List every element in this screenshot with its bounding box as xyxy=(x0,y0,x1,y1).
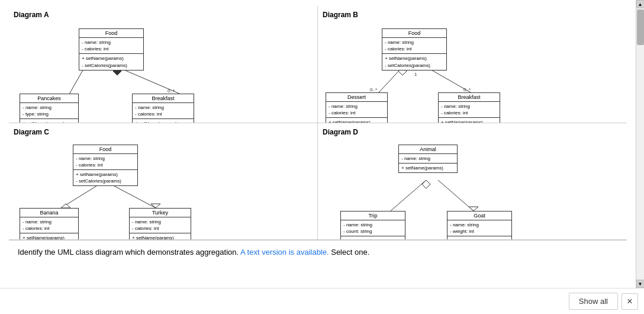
turkey-class-header: Turkey xyxy=(130,209,191,217)
scroll-up-button[interactable]: ▲ xyxy=(636,0,645,8)
svg-text:0..*: 0..* xyxy=(370,87,377,92)
dessert-class-body: - name: string - calories: int xyxy=(326,102,387,118)
turkey-class-methods: + setName(params) - setCalories(params) xyxy=(130,233,191,240)
breakfast-class-b-body: - name: string - calories: int xyxy=(439,102,500,118)
breakfast-class-b-methods: + setName(params) - setCalories(params) xyxy=(439,118,500,123)
trip-class-body: - name: string - count: string xyxy=(341,220,405,236)
scroll-down-button[interactable]: ▼ xyxy=(636,280,645,288)
food-class-a-methods: + setName(params) - setCalories(params) xyxy=(79,54,143,69)
dessert-class-header: Dessert xyxy=(326,93,387,102)
svg-text:1: 1 xyxy=(414,72,417,77)
diagram-b-quadrant: Diagram B 0..* 0..* 1 xyxy=(318,6,627,123)
animal-class-header: Animal xyxy=(399,145,457,154)
banana-class-header: Banana xyxy=(20,209,78,217)
footer-bar: Show all × xyxy=(0,288,644,314)
svg-line-10 xyxy=(61,186,96,208)
show-all-button[interactable]: Show all xyxy=(569,293,618,310)
breakfast-class-b-header: Breakfast xyxy=(439,93,500,102)
food-class-b: Food - name: string - calories: int + se… xyxy=(382,28,447,71)
breakfast-class-a-header: Breakfast xyxy=(133,94,194,103)
diagram-a-title: Diagram A xyxy=(14,11,313,19)
dessert-class-b: Dessert - name: string - calories: int +… xyxy=(326,92,388,123)
diagram-a-quadrant: Diagram A 0..* Food xyxy=(9,6,318,123)
banana-class-body: - name: string - calories: int xyxy=(20,217,78,233)
goat-class-header: Goat xyxy=(447,212,511,220)
svg-line-16 xyxy=(438,180,474,211)
question-text: Identify the UML class diagram which dem… xyxy=(18,248,239,257)
food-class-c-header: Food xyxy=(73,145,137,154)
banana-class-c: Banana - name: string - calories: int + … xyxy=(20,208,79,241)
svg-marker-13 xyxy=(151,204,160,208)
svg-marker-15 xyxy=(422,180,430,188)
pancakes-class-header: Pancakes xyxy=(20,94,78,103)
breakfast-class-b: Breakfast - name: string - calories: int… xyxy=(438,92,500,123)
scroll-track[interactable] xyxy=(636,8,645,280)
scroll-up-icon: ▲ xyxy=(638,2,643,7)
food-class-b-methods: + setName(params) - setCalories(params) xyxy=(382,54,446,69)
trip-class-header: Trip xyxy=(341,212,405,220)
food-class-a-body: - name: string - calories: int xyxy=(79,38,143,54)
goat-class-methods: + setName(params) - setWeight(params) xyxy=(447,236,511,240)
dessert-class-methods: + setName(params) - setCalories(params) xyxy=(326,118,387,123)
svg-marker-11 xyxy=(61,204,70,208)
banana-class-methods: + setName(params) - setCalories(params) xyxy=(20,233,78,240)
close-button[interactable]: × xyxy=(622,293,638,310)
diagram-d-quadrant: Diagram D Animal xyxy=(318,123,627,241)
svg-line-0 xyxy=(117,67,179,94)
diagram-a-container: 0..* Food - name: string - calories: int… xyxy=(14,23,313,118)
diagram-c-quadrant: Diagram C Food - name: string xyxy=(9,123,318,241)
scrollbar[interactable]: ▲ ▼ xyxy=(636,0,644,288)
turkey-class-c: Turkey - name: string - calories: int + … xyxy=(129,208,191,241)
turkey-class-body: - name: string - calories: int xyxy=(130,217,191,233)
select-text: Select one. xyxy=(331,248,369,257)
scroll-thumb[interactable] xyxy=(637,9,644,45)
pancakes-class-body: - name: string - type: string xyxy=(20,103,78,119)
animal-class-methods: + setName(params) xyxy=(399,164,457,172)
food-class-b-body: - name: string - calories: int xyxy=(382,38,446,54)
trip-class-methods: + setName(params) - setCount(params) xyxy=(341,236,405,240)
svg-marker-17 xyxy=(469,207,478,211)
svg-line-4 xyxy=(379,67,402,92)
scroll-down-icon: ▼ xyxy=(638,281,643,287)
animal-class-d: Animal - name: string + setName(params) xyxy=(398,145,458,173)
breakfast-class-a: Breakfast - name: string - calories: int… xyxy=(132,94,194,123)
svg-line-14 xyxy=(391,180,426,211)
goat-class-body: - name: string - weight: int xyxy=(447,220,511,236)
diagram-d-container: Animal - name: string + setName(params) … xyxy=(323,140,622,235)
text-version-link[interactable]: A text version is available. xyxy=(240,248,329,257)
svg-text:0..*: 0..* xyxy=(168,88,175,94)
question-area: Identify the UML class diagram which dem… xyxy=(9,241,627,263)
food-class-c-methods: + setName(params) - setCalories(params) xyxy=(73,170,137,185)
pancakes-class-a: Pancakes - name: string - type: string +… xyxy=(20,94,79,123)
svg-line-7 xyxy=(426,67,471,92)
goat-class-d: Goat - name: string - weight: int + setN… xyxy=(447,211,512,241)
diagram-c-container: Food - name: string - calories: int + se… xyxy=(14,140,313,235)
breakfast-class-a-body: - name: string - calories: int xyxy=(133,103,194,119)
svg-line-12 xyxy=(114,186,156,208)
diagram-d-title: Diagram D xyxy=(323,128,622,136)
diagram-b-container: 0..* 0..* 1 Food - name: string - calori… xyxy=(323,23,622,118)
animal-class-body: - name: string xyxy=(399,154,457,164)
food-class-a-header: Food xyxy=(79,29,143,38)
food-class-c: Food - name: string - calories: int + se… xyxy=(73,145,138,187)
food-class-a: Food - name: string - calories: int + se… xyxy=(79,28,144,71)
diagram-b-title: Diagram B xyxy=(323,11,622,19)
diagram-c-title: Diagram C xyxy=(14,128,313,136)
food-class-c-body: - name: string - calories: int xyxy=(73,154,137,170)
svg-text:0..*: 0..* xyxy=(463,87,471,92)
food-class-b-header: Food xyxy=(382,29,446,38)
trip-class-d: Trip - name: string - count: string + se… xyxy=(340,211,405,241)
